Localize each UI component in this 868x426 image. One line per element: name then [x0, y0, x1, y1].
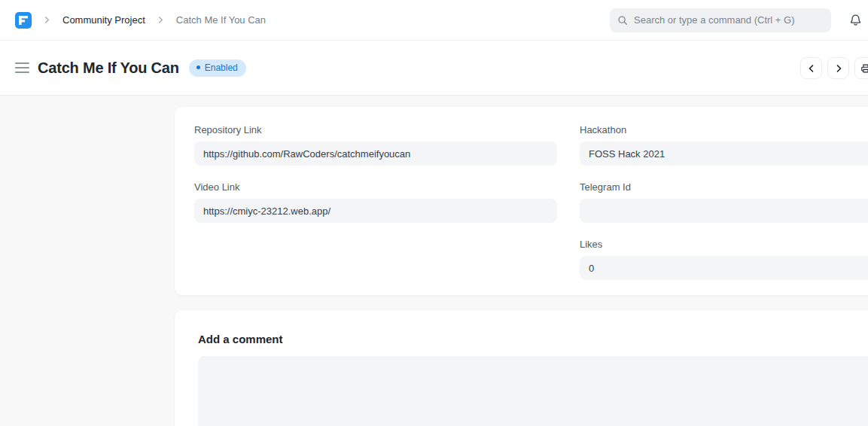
- notifications-button[interactable]: [849, 14, 862, 27]
- field-label: Telegram Id: [580, 181, 868, 193]
- print-button[interactable]: [854, 57, 868, 79]
- previous-document-button[interactable]: [800, 57, 822, 79]
- video-link-input[interactable]: [194, 199, 557, 223]
- form-column-right: Hackathon Telegram Id Likes: [580, 124, 868, 296]
- page-header: Catch Me If You Can Enabled: [0, 41, 868, 96]
- chevron-right-icon: [834, 64, 843, 73]
- search-icon: [617, 15, 628, 26]
- sidebar-toggle-button[interactable]: [14, 61, 31, 75]
- search-input[interactable]: [634, 14, 824, 26]
- next-document-button[interactable]: [827, 57, 849, 79]
- breadcrumb-item-community-project[interactable]: Community Project: [62, 14, 145, 26]
- search-bar[interactable]: [610, 8, 831, 32]
- bell-icon: [849, 14, 862, 27]
- hackathon-input[interactable]: [580, 141, 868, 166]
- telegram-id-input[interactable]: [580, 199, 868, 223]
- hamburger-icon: [15, 62, 29, 64]
- status-dot: [196, 65, 200, 69]
- form-card: Repository Link Video Link Hackathon Tel…: [175, 107, 868, 295]
- chevron-right-icon: [157, 17, 164, 23]
- add-comment-heading: Add a comment: [198, 333, 868, 345]
- printer-icon: [860, 63, 868, 74]
- field-likes: Likes: [580, 239, 868, 280]
- comment-input[interactable]: [198, 356, 868, 426]
- status-badge-label: Enabled: [205, 62, 238, 73]
- repository-link-input[interactable]: [194, 141, 557, 166]
- status-badge: Enabled: [189, 59, 246, 77]
- field-telegram-id: Telegram Id: [580, 181, 868, 223]
- likes-input[interactable]: [580, 256, 868, 280]
- field-label: Likes: [580, 239, 868, 250]
- navbar-actions: [610, 8, 862, 32]
- navbar: Community Project Catch Me If You Can: [0, 0, 868, 41]
- chevron-left-icon: [807, 64, 816, 73]
- field-hackathon: Hackathon: [580, 124, 868, 166]
- form-column-left: Repository Link Video Link: [194, 124, 557, 239]
- breadcrumb: Community Project Catch Me If You Can: [15, 12, 266, 29]
- field-label: Hackathon: [580, 124, 868, 135]
- frappe-logo[interactable]: [15, 12, 32, 29]
- field-label: Repository Link: [194, 124, 557, 135]
- chevron-right-icon: [44, 17, 50, 23]
- comments-card: Add a comment: [175, 310, 868, 426]
- page-title: Catch Me If You Can: [38, 59, 179, 77]
- header-actions: [800, 57, 868, 79]
- field-video-link: Video Link: [194, 181, 557, 223]
- breadcrumb-item-current[interactable]: Catch Me If You Can: [176, 14, 266, 26]
- field-repository-link: Repository Link: [194, 124, 557, 166]
- field-label: Video Link: [194, 181, 557, 193]
